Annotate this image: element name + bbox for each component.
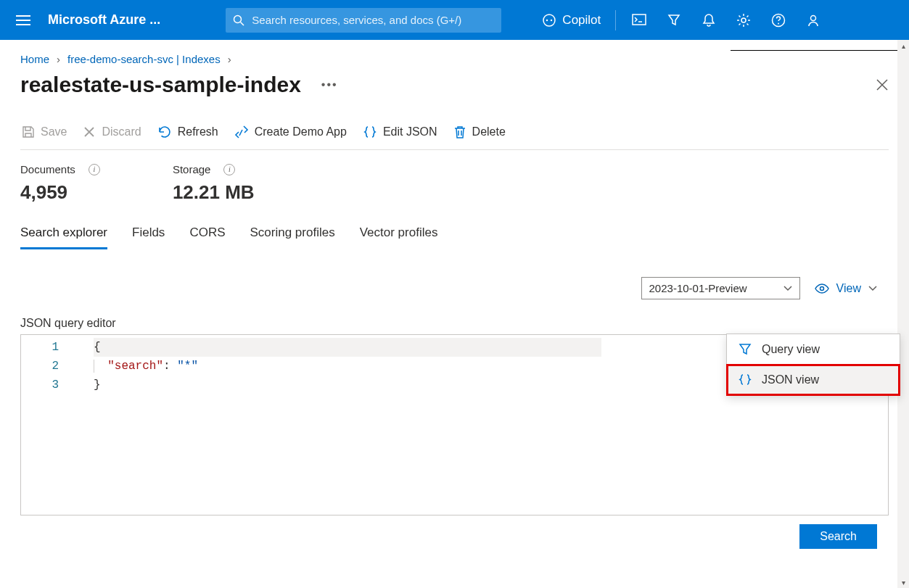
chevron-down-icon [868, 286, 877, 291]
search-button-row: Search [0, 515, 909, 549]
discard-label: Discard [102, 125, 141, 138]
svg-point-6 [741, 18, 746, 22]
tab-bar: Search explorer Fields CORS Scoring prof… [0, 210, 909, 249]
chevron-right-icon: › [57, 53, 60, 65]
info-icon[interactable]: i [223, 164, 235, 175]
svg-point-10 [820, 286, 823, 290]
editor-label: JSON query editor [0, 299, 909, 334]
menu-item-json-view[interactable]: JSON view [727, 365, 900, 395]
info-icon[interactable]: i [89, 164, 100, 175]
documents-value: 4,959 [20, 181, 100, 204]
delete-button[interactable]: Delete [452, 122, 507, 142]
close-icon[interactable] [876, 78, 889, 91]
chevron-down-icon [783, 286, 792, 291]
svg-rect-5 [633, 15, 646, 25]
eye-icon [815, 283, 829, 294]
tools-icon [234, 125, 249, 139]
chevron-right-icon: › [228, 53, 231, 65]
tab-vector-profiles[interactable]: Vector profiles [360, 225, 438, 249]
menu-item-query-view[interactable]: Query view [727, 334, 900, 365]
header-icons [622, 0, 831, 40]
tab-scoring-profiles[interactable]: Scoring profiles [250, 225, 335, 249]
line-number: 2 [21, 357, 59, 376]
tab-search-explorer[interactable]: Search explorer [20, 225, 107, 249]
svg-point-8 [778, 22, 779, 24]
storage-stat: Storage i 12.21 MB [173, 163, 255, 204]
line-gutter: 1 2 3 [21, 335, 72, 515]
braces-icon [363, 125, 377, 139]
copilot-button[interactable]: Copilot [530, 0, 612, 40]
global-search-input[interactable]: Search resources, services, and docs (G+… [226, 8, 501, 33]
breadcrumb-home[interactable]: Home [20, 53, 49, 65]
api-version-dropdown[interactable]: 2023-10-01-Preview [641, 277, 800, 299]
search-placeholder: Search resources, services, and docs (G+… [252, 14, 461, 26]
create-demo-app-button[interactable]: Create Demo App [233, 122, 348, 142]
refresh-icon [157, 125, 172, 139]
cloud-shell-icon[interactable] [622, 0, 657, 40]
delete-label: Delete [472, 125, 506, 138]
svg-point-0 [234, 15, 242, 22]
search-button[interactable]: Search [799, 524, 877, 549]
stats-row: Documents i 4,959 Storage i 12.21 MB [0, 150, 909, 210]
storage-value: 12.21 MB [173, 181, 255, 204]
svg-point-4 [551, 19, 552, 20]
scrollbar[interactable]: ▴ ▾ [897, 40, 909, 588]
svg-point-3 [546, 19, 548, 20]
svg-line-1 [241, 22, 244, 25]
top-header: Microsoft Azure ... Search resources, se… [0, 0, 909, 40]
trash-icon [453, 125, 466, 139]
svg-point-9 [811, 15, 816, 20]
settings-icon[interactable] [726, 0, 761, 40]
svg-point-2 [543, 15, 555, 26]
line-number: 1 [21, 338, 59, 357]
tab-cors[interactable]: CORS [189, 225, 225, 249]
refresh-button[interactable]: Refresh [156, 122, 220, 142]
edit-json-label: Edit JSON [383, 125, 437, 138]
menu-icon[interactable] [6, 0, 41, 40]
filter-icon[interactable] [657, 0, 691, 40]
scroll-up-icon[interactable]: ▴ [897, 40, 909, 51]
breadcrumb-service[interactable]: free-demo-search-svc | Indexes [67, 53, 221, 65]
query-view-label: Query view [762, 343, 820, 356]
view-label: View [836, 282, 861, 295]
command-bar: Save Discard Refresh Create Demo App Edi… [20, 122, 889, 150]
code-token: { [94, 341, 101, 354]
save-icon [22, 125, 35, 138]
notifications-icon[interactable] [691, 0, 726, 40]
discard-button[interactable]: Discard [81, 123, 142, 141]
documents-label: Documents [20, 163, 75, 175]
divider [615, 10, 616, 30]
view-menu: Query view JSON view [726, 334, 900, 396]
divider-line [731, 50, 897, 51]
tab-fields[interactable]: Fields [132, 225, 165, 249]
json-view-label: JSON view [762, 373, 819, 386]
view-dropdown-button[interactable]: View [815, 282, 877, 295]
discard-icon [83, 125, 96, 138]
breadcrumb: Home › free-demo-search-svc | Indexes › [0, 40, 909, 68]
save-button[interactable]: Save [20, 123, 68, 141]
page-title: realestate-us-sample-index [20, 73, 301, 97]
edit-json-button[interactable]: Edit JSON [361, 122, 439, 142]
code-token: "*" [177, 360, 198, 373]
feedback-icon[interactable] [796, 0, 831, 40]
code-token: "search" [107, 360, 163, 373]
filter-icon [739, 343, 752, 356]
create-demo-label: Create Demo App [255, 125, 347, 138]
help-icon[interactable] [761, 0, 796, 40]
title-row: realestate-us-sample-index ••• [0, 68, 909, 107]
scroll-down-icon[interactable]: ▾ [897, 576, 909, 588]
code-token: : [163, 360, 177, 373]
code-token: } [94, 378, 101, 392]
brand-label[interactable]: Microsoft Azure ... [41, 12, 175, 28]
refresh-label: Refresh [178, 125, 218, 138]
controls-row: 2023-10-01-Preview View [0, 249, 909, 299]
save-label: Save [41, 125, 67, 138]
more-icon[interactable]: ••• [321, 78, 338, 91]
api-version-value: 2023-10-01-Preview [649, 282, 747, 294]
storage-label: Storage [173, 163, 211, 175]
line-number: 3 [21, 376, 59, 394]
copilot-label: Copilot [562, 13, 601, 28]
braces-icon [739, 373, 752, 386]
documents-stat: Documents i 4,959 [20, 163, 100, 204]
